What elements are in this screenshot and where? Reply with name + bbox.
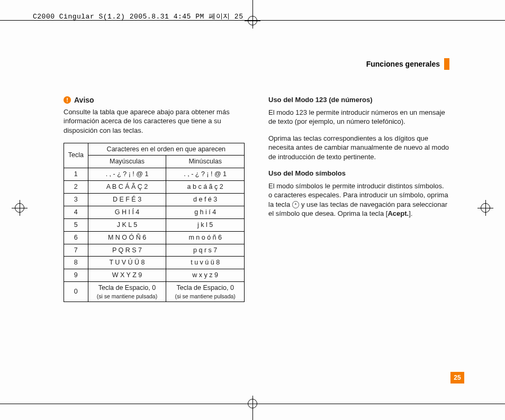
section-header: Funciones generales (366, 58, 449, 70)
table-row: 6M N O Ó Ñ 6m n o ó ñ 6 (64, 231, 245, 244)
table-row: 4G H I Í 4g h i í 4 (64, 206, 245, 218)
aviso-text: Consulte la tabla que aparece abajo para… (64, 107, 245, 135)
character-table: Tecla Caracteres en el orden en que apar… (64, 143, 245, 303)
para-symbols: El modo símbolos le permite introducir d… (268, 181, 449, 218)
th-order: Caracteres en el orden en que aparecen (88, 143, 244, 156)
table-row: 8T U V Ú Ü 8t u v ú ü 8 (64, 257, 245, 269)
accent-bar (444, 58, 449, 70)
table-row: 1. , - ¿ ? ¡ ! @ 1. , - ¿ ? ¡ ! @ 1 (64, 168, 245, 181)
heading-symbols: Uso del Modo símbolos (268, 169, 449, 178)
right-column: Uso del Modo 123 (de números) El modo 12… (268, 95, 449, 302)
table-row: 2A B C Á Ã Ç 2a b c á ã ç 2 (64, 181, 245, 194)
table-row: 7P Q R S 7p q r s 7 (64, 244, 245, 257)
registration-mark (12, 200, 28, 216)
left-column: ! Aviso Consulte la tabla que aparece ab… (64, 95, 245, 302)
table-row: 9W X Y Z 9w x y z 9 (64, 269, 245, 282)
table-row: 5J K L 5j k l 5 (64, 218, 245, 231)
page-number: 25 (450, 372, 464, 384)
para-123a: El modo 123 le permite introducir número… (268, 108, 449, 126)
table-row: 0Tecla de Espacio, 0(si se mantiene puls… (64, 282, 245, 302)
heading-123: Uso del Modo 123 (de números) (268, 95, 449, 105)
section-title: Funciones generales (366, 60, 440, 68)
th-lower: Minúsculas (166, 156, 245, 168)
accept-label: Acept. (387, 209, 409, 217)
th-key: Tecla (64, 143, 88, 168)
alert-icon: ! (64, 96, 71, 104)
para-123b: Oprima las teclas correspondientes a los… (268, 134, 449, 162)
registration-mark (477, 200, 493, 216)
aviso-label: Aviso (74, 95, 94, 105)
table-row: 3D E F É 3d e f é 3 (64, 194, 245, 206)
th-upper: Mayúsculas (88, 156, 166, 168)
star-key-icon: * (292, 201, 300, 208)
